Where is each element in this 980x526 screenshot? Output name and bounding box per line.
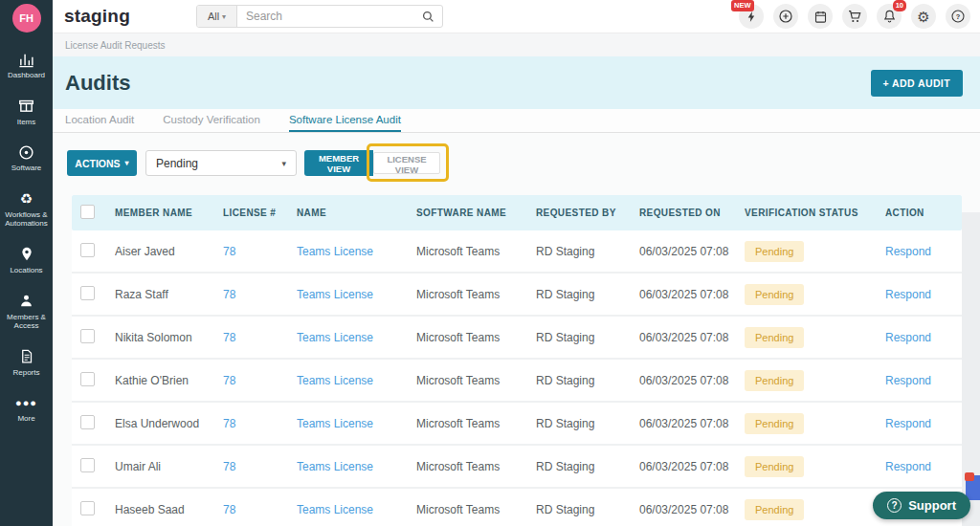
row-checkbox[interactable] [80,415,95,429]
breadcrumb[interactable]: License Audit Requests [65,40,166,51]
column-header-requested-by[interactable]: REQUESTED BY [536,208,639,218]
license-name-link[interactable]: Teams License [297,245,416,258]
column-header-member-name[interactable]: MEMBER NAME [115,208,223,218]
row-checkbox[interactable] [80,501,95,515]
row-checkbox[interactable] [80,329,95,343]
support-button[interactable]: ? Support [873,492,970,519]
sidebar-item-label: Items [1,118,53,127]
row-checkbox[interactable] [80,286,95,300]
column-header-requested-on[interactable]: REQUESTED ON [639,208,745,218]
row-checkbox[interactable] [80,243,95,257]
chevron-down-icon: ▾ [222,12,226,21]
sidebar-item-more[interactable]: ●●● More [0,391,53,427]
license-name-link[interactable]: Teams License [297,374,416,387]
tab-software-license-audit[interactable]: Software License Audit [289,114,401,132]
tab-location-audit[interactable]: Location Audit [65,114,134,132]
lightning-icon [746,10,758,24]
requested-by-cell: RD Staging [536,503,639,516]
requested-by-cell: RD Staging [536,417,639,430]
respond-link[interactable]: Respond [885,288,962,301]
table-row: Aiser Javed 78 Teams License Microsoft T… [72,230,962,274]
license-number-link[interactable]: 78 [223,245,297,258]
requested-by-cell: RD Staging [536,460,639,473]
sidebar-item-label: Software [1,164,53,173]
license-view-button[interactable]: LICENSE VIEW [373,152,440,174]
license-name-link[interactable]: Teams License [297,331,416,344]
column-header-action[interactable]: ACTION [885,208,962,218]
search-icon[interactable] [422,11,434,23]
add-new-button[interactable] [773,4,798,29]
notification-count-badge: 10 [893,0,906,11]
select-all-checkbox[interactable] [80,205,95,219]
column-header-verification-status[interactable]: VERIFICATION STATUS [745,208,885,218]
member-name-cell: Kathie O'Brien [115,374,223,387]
respond-link[interactable]: Respond [885,331,962,344]
sidebar-item-locations[interactable]: Locations [0,243,53,278]
sidebar-item-label: Members & Access [1,313,53,331]
requested-by-cell: RD Staging [536,245,639,258]
sidebar-item-software[interactable]: Software [0,141,53,176]
respond-link[interactable]: Respond [885,460,962,473]
row-checkbox[interactable] [80,372,95,386]
sidebar-item-reports[interactable]: Reports [0,345,53,381]
search-filter-dropdown[interactable]: All ▾ [197,6,237,27]
sidebar-item-dashboard[interactable]: Dashboard [0,48,53,83]
extension-notification-dot [965,472,974,481]
dashboard-icon [18,51,34,68]
column-header-name[interactable]: NAME [297,208,416,218]
tabs: Location Audit Custody Verification Soft… [53,109,980,133]
bell-icon [882,9,897,24]
whats-new-button[interactable]: NEW [739,4,764,29]
calendar-button[interactable] [808,4,833,29]
license-number-link[interactable]: 78 [223,288,297,301]
plus-circle-icon [778,9,793,24]
requested-on-cell: 06/03/2025 07:08 [639,245,745,258]
respond-link[interactable]: Respond [885,245,962,258]
software-name-cell: Microsoft Teams [416,331,536,344]
toolbar: ACTIONS ▾ Pending ▾ MEMBER VIEW LICENSE … [67,133,980,176]
items-icon [18,98,34,115]
member-name-cell: Aiser Javed [115,245,223,258]
license-number-link[interactable]: 78 [223,503,297,516]
add-audit-button[interactable]: + ADD AUDIT [871,70,963,97]
license-number-link[interactable]: 78 [223,374,297,387]
license-name-link[interactable]: Teams License [297,288,416,301]
help-button[interactable]: ? [946,4,970,29]
settings-button[interactable]: ⚙ [911,4,936,29]
actions-button[interactable]: ACTIONS ▾ [67,150,137,176]
notifications-button[interactable]: 10 [877,4,902,29]
table-header-row: MEMBER NAME LICENSE # NAME SOFTWARE NAME… [72,195,962,230]
respond-link[interactable]: Respond [885,417,962,430]
help-icon: ? [950,9,966,24]
respond-link[interactable]: Respond [885,374,962,387]
sidebar-item-members[interactable]: Members & Access [0,290,53,334]
status-filter-select[interactable]: Pending ▾ [145,150,297,176]
license-number-link[interactable]: 78 [223,417,297,430]
svg-text:?: ? [956,12,961,21]
license-number-link[interactable]: 78 [223,460,297,473]
sidebar-item-workflows[interactable]: ♻ Workflows & Automations [0,187,53,231]
status-badge: Pending [745,284,804,305]
table-body: Aiser Javed 78 Teams License Microsoft T… [72,230,962,526]
member-name-cell: Nikita Solomon [115,331,223,344]
sidebar: FH Dashboard Items Software ♻ Workflows … [0,0,53,526]
member-name-cell: Umair Ali [115,460,223,473]
column-header-license-number[interactable]: LICENSE # [223,208,297,218]
tab-custody-verification[interactable]: Custody Verification [163,114,260,132]
sidebar-item-label: Workflows & Automations [1,210,53,229]
workflows-icon: ♻ [20,190,33,208]
license-name-link[interactable]: Teams License [297,503,416,516]
license-name-link[interactable]: Teams License [297,460,416,473]
search-input[interactable] [237,9,422,24]
column-header-software-name[interactable]: SOFTWARE NAME [416,208,536,218]
support-label: Support [908,498,956,513]
row-checkbox[interactable] [80,458,95,472]
member-view-button[interactable]: MEMBER VIEW [304,150,373,176]
avatar[interactable]: FH [12,4,41,33]
requested-by-cell: RD Staging [536,374,639,387]
license-name-link[interactable]: Teams License [297,417,416,430]
cart-button[interactable] [842,4,867,29]
calendar-icon [813,10,828,24]
sidebar-item-items[interactable]: Items [0,95,53,130]
license-number-link[interactable]: 78 [223,331,297,344]
